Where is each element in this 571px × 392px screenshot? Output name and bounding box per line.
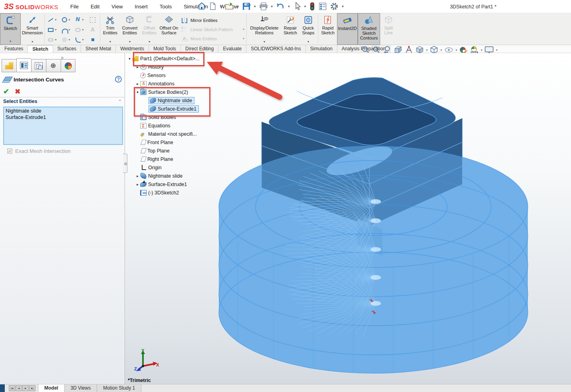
cancel-x-icon[interactable]: ✖ [15,87,20,96]
text-tool[interactable] [86,25,99,35]
chevron-down-icon[interactable]: ▾ [220,4,222,8]
quick-snaps-button[interactable]: Quick Snaps ▾ [299,13,317,45]
selected-entity-item[interactable]: Surface-Extrude1 [6,114,121,121]
expand-down-icon[interactable] [135,90,140,94]
save-icon[interactable] [241,1,252,12]
repair-sketch-button[interactable]: Repair Sketch [282,13,299,45]
line-tool[interactable]: ▾ [45,15,59,25]
tab-sheet-metal[interactable]: Sheet Metal [81,45,116,53]
print-icon[interactable] [258,1,269,12]
offset-on-surface-button[interactable]: Offset On Surface [159,13,179,45]
expand-right-icon[interactable] [135,182,140,186]
expand-down-icon[interactable] [127,57,132,61]
tab-sketch[interactable]: Sketch [28,45,53,53]
chevron-down-icon[interactable]: ▾ [55,18,56,22]
tab-model[interactable]: Model [38,384,65,392]
chevron-down-icon[interactable]: ▾ [288,4,290,8]
chevron-down-icon[interactable]: ▾ [456,48,457,52]
menu-view[interactable]: View [111,3,123,10]
tree-item-sensors[interactable]: Sensors [126,71,222,79]
chevron-down-icon[interactable]: ▾ [82,38,83,42]
expand-right-icon[interactable] [135,65,140,69]
display-delete-relations-button[interactable]: Display/Delete Relations ▾ [247,13,282,45]
chevron-down-icon[interactable]: ▾ [82,28,83,32]
tree-item-front-plane[interactable]: Front Plane [126,138,222,147]
last-tab-icon[interactable]: ▸| [29,385,36,391]
chevron-down-icon[interactable]: ▾ [271,4,273,8]
chevron-down-icon[interactable]: ▾ [68,28,70,32]
tab-features[interactable]: Features [0,45,28,53]
tree-item-origin[interactable]: Origin [126,163,222,172]
sketch-button[interactable]: Sketch ▾ [0,13,21,45]
rapid-sketch-button[interactable]: Rapid Sketch [319,13,337,45]
chevron-down-icon[interactable]: ▾ [440,48,442,52]
chevron-down-icon[interactable]: ▾ [254,4,256,8]
selected-entities-listbox[interactable]: Nightmate slide Surface-Extrude1 [3,107,123,145]
tree-item-history[interactable]: History [126,63,222,71]
selected-tree-item[interactable]: Nightmate slide [149,97,194,104]
tab-mold-tools[interactable]: Mold Tools [149,45,181,53]
chevron-down-icon[interactable]: ▾ [299,40,317,44]
rectangle-tool[interactable]: ▾ [45,25,59,35]
fillet-tool[interactable]: ▾ [72,35,86,45]
polygon-tool[interactable]: ▾ [59,35,72,45]
tree-item-nightmate-slide-feature[interactable]: Nightmate slide [126,172,222,180]
undo-icon[interactable] [275,1,286,12]
prev-tab-icon[interactable]: ◂ [16,385,22,391]
chevron-down-icon[interactable]: ▾ [496,48,498,52]
tab-simulation[interactable]: Simulation [306,45,337,53]
tab-display-manager[interactable] [61,59,75,72]
tab-motion-study-1[interactable]: Motion Study 1 [97,384,141,392]
next-tab-icon[interactable]: ▸ [22,385,29,391]
tree-item-equations[interactable]: Equations [126,121,222,130]
expand-right-icon[interactable] [135,174,140,178]
sketch-picture-tool[interactable] [86,15,99,25]
point-tool[interactable] [86,35,99,45]
tree-item-surface-bodies[interactable]: Surface Bodies(2) [126,88,222,96]
menu-edit[interactable]: Edit [90,3,100,10]
tab-solidworks-add-ins[interactable]: SOLIDWORKS Add-Ins [246,45,305,53]
smart-dimension-button[interactable]: Smart Dimension ▾ [21,13,44,45]
help-icon[interactable]: ? [115,76,122,83]
chevron-down-icon[interactable]: ▾ [21,40,44,44]
chevron-down-icon[interactable]: ▾ [120,40,140,44]
selected-tree-item[interactable]: Surface-Extrude1 [149,105,199,113]
chevron-down-icon[interactable]: ▾ [481,48,482,52]
trim-entities-button[interactable]: Trim Entities ▾ [101,13,120,45]
chevron-down-icon[interactable]: ▾ [0,39,20,44]
tab-dimxpert-manager[interactable] [46,59,61,72]
menu-insert[interactable]: Insert [134,3,149,10]
circle-tool[interactable]: ▾ [59,15,72,25]
chevron-down-icon[interactable]: ▾ [82,18,83,22]
chevron-down-icon[interactable]: ▾ [68,38,70,42]
tab-property-manager[interactable] [16,58,31,72]
tab-direct-editing[interactable]: Direct Editing [181,45,218,53]
tree-item-right-plane[interactable]: Right Plane [126,155,222,163]
tab-feature-manager[interactable] [2,59,16,72]
rebuild-traffic-light-icon[interactable] [308,1,316,12]
tab-evaluate[interactable]: Evaluate [218,45,246,53]
chevron-down-icon[interactable]: ▾ [101,40,120,44]
tab-weldments[interactable]: Weldments [116,45,149,53]
home-icon[interactable] [196,1,207,12]
mirror-entities-button[interactable]: Mirror Entities [180,16,244,25]
tree-item-surface-extrude1-feature[interactable]: Surface-Extrude1 [126,180,222,188]
ok-check-icon[interactable]: ✔ [3,87,9,96]
tree-item-top-plane[interactable]: Top Plane [126,147,222,155]
open-icon[interactable] [224,1,235,12]
ellipse-tool[interactable]: ▾ [72,25,86,35]
tree-item-solid-bodies[interactable]: Solid Bodies [126,113,222,121]
spline-tool[interactable]: ▾ [72,15,86,25]
convert-entities-button[interactable]: Convert Entities ▾ [120,13,140,45]
select-cursor-icon[interactable] [292,1,302,12]
chevron-down-icon[interactable]: ▾ [55,28,56,32]
menu-tools[interactable]: Tools [159,3,172,10]
tree-item-nightmate-slide-body[interactable]: Nightmate slide [126,96,222,105]
selected-entity-item[interactable]: Nightmate slide [6,108,121,114]
chevron-down-icon[interactable]: ▾ [342,4,344,8]
tab-surfaces[interactable]: Surfaces [53,45,81,53]
chevron-down-icon[interactable]: ▾ [237,4,239,8]
shaded-sketch-contours-button[interactable]: Shaded Sketch Contours [358,13,380,45]
tree-item-annotations[interactable]: Annotations [126,79,222,88]
new-document-icon[interactable] [208,1,218,12]
